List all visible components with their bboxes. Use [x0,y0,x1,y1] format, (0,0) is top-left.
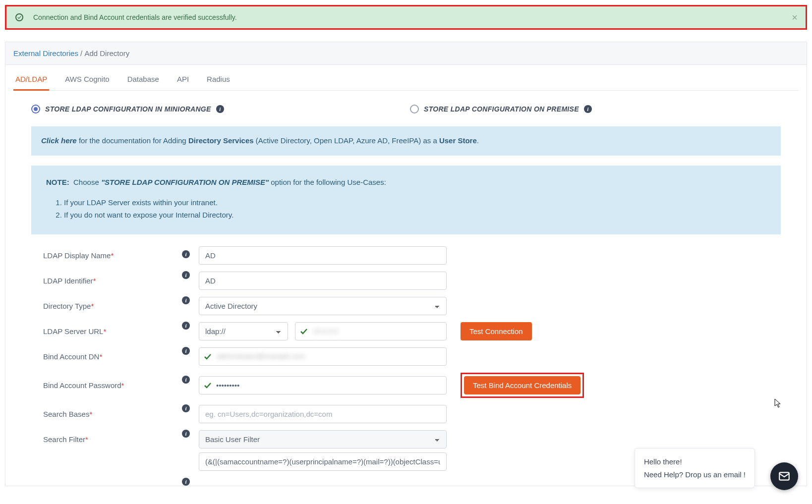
chat-line2: Need Help? Drop us an email ! [644,468,746,481]
info-icon[interactable]: i [182,296,190,304]
search-bases-input[interactable] [199,405,447,423]
row-search-bases: Search Bases* i [43,405,781,423]
label-directory-type: Directory Type* [43,302,182,310]
tab-database[interactable]: Database [125,70,161,90]
breadcrumb-parent[interactable]: External Directories [13,49,78,57]
breadcrumb-sep: / [80,49,82,57]
label-search-bases: Search Bases* [43,410,182,418]
chat-fab-button[interactable] [770,462,798,490]
row-search-filter: Search Filter* i Basic User Filter [43,430,781,448]
mail-icon [778,470,791,483]
row-identifier: LDAP Identifier* i [43,272,781,290]
label-bind-pw: Bind Account Password* [43,381,182,390]
label-display-name: LDAP Display Name* [43,251,182,260]
note-tail: option for the following Use-Cases: [269,178,386,186]
tab-api[interactable]: API [175,70,191,90]
breadcrumb-current: Add Directory [84,49,129,57]
note-lead: Choose [73,178,101,186]
check-icon [300,328,308,336]
radio-unchecked-icon[interactable] [410,105,419,113]
label-search-filter: Search Filter* [43,435,182,444]
check-icon [204,382,212,390]
note-item: If your LDAP Server exists within your i… [64,197,766,208]
note-box: NOTE: Choose "STORE LDAP CONFIGURATION O… [31,166,781,235]
info-icon[interactable]: i [182,376,190,384]
tabs: AD/LDAP AWS Cognito Database API Radius [13,65,799,91]
info-icon[interactable]: i [182,430,190,438]
note-list: If your LDAP Server exists within your i… [64,197,766,221]
info-icon[interactable]: i [584,105,592,113]
info-icon[interactable]: i [216,105,224,113]
search-filter-select[interactable]: Basic User Filter [199,430,447,448]
close-icon[interactable]: × [792,12,798,23]
doc-hint-text: . [477,136,479,145]
server-host-input[interactable] [295,322,447,340]
check-icon [204,353,212,361]
chat-line1: Hello there! [644,455,746,468]
check-circle-icon [15,13,23,21]
doc-hint-text: for the documentation for Adding [77,136,188,145]
info-icon[interactable]: i [182,250,190,258]
chat-popup: Hello there! Need Help? Drop us an email… [635,448,755,488]
info-icon[interactable]: i [182,478,190,486]
radio-option-miniorange[interactable]: STORE LDAP CONFIGURATION IN MINIORANGE i [31,105,410,113]
protocol-select[interactable]: ldap:// [199,322,288,340]
radio-option-onpremise[interactable]: STORE LDAP CONFIGURATION ON PREMISE i [410,105,789,113]
label-bind-dn: Bind Account DN* [43,352,182,361]
click-here-link[interactable]: Click here [41,136,77,145]
breadcrumb: External Directories / Add Directory [5,42,807,65]
radio-label: STORE LDAP CONFIGURATION IN MINIORANGE [45,105,211,113]
doc-hint-strong: User Store [439,136,477,145]
tab-adldap[interactable]: AD/LDAP [13,70,49,90]
test-bind-credentials-button[interactable]: Test Bind Account Credentials [464,376,580,394]
test-bind-highlight: Test Bind Account Credentials [461,373,584,398]
radio-label: STORE LDAP CONFIGURATION ON PREMISE [424,105,579,113]
label-identifier: LDAP Identifier* [43,277,182,285]
storage-radio-group: STORE LDAP CONFIGURATION IN MINIORANGE i… [13,91,799,122]
search-filter-expr-input[interactable] [199,452,447,471]
note-item: If you do not want to expose your Intern… [64,209,766,221]
alert-text: Connection and Bind Account credentials … [33,13,237,21]
row-server-url: LDAP Server URL* i ldap:// 10.0.0.0 Test… [43,322,781,340]
info-icon[interactable]: i [182,322,190,330]
card-body: AD/LDAP AWS Cognito Database API Radius … [5,65,807,486]
main-card: External Directories / Add Directory AD/… [5,42,807,486]
success-alert: Connection and Bind Account credentials … [6,6,806,28]
row-bind-dn: Bind Account DN* i administrator@example… [43,347,781,366]
bind-password-input[interactable] [199,376,447,394]
info-icon[interactable]: i [182,404,190,412]
info-icon[interactable]: i [182,271,190,279]
doc-hint-box: Click here for the documentation for Add… [31,126,781,156]
directory-type-select[interactable]: Active Directory [199,297,447,315]
row-display-name: LDAP Display Name* i [43,246,781,265]
alert-highlight: Connection and Bind Account credentials … [5,5,807,30]
test-connection-button[interactable]: Test Connection [461,322,532,340]
row-bind-pw: Bind Account Password* i Test Bind Accou… [43,373,781,398]
tab-aws-cognito[interactable]: AWS Cognito [63,70,111,90]
row-directory-type: Directory Type* i Active Directory [43,297,781,315]
doc-hint-text: (Active Directory, Open LDAP, Azure AD, … [254,136,439,145]
identifier-input[interactable] [199,272,447,290]
bind-dn-input[interactable] [199,347,447,366]
info-icon[interactable]: i [182,347,190,355]
label-server-url: LDAP Server URL* [43,327,182,336]
tab-radius[interactable]: Radius [205,70,232,90]
doc-hint-strong: Directory Services [188,136,254,145]
display-name-input[interactable] [199,246,447,265]
note-quoted: "STORE LDAP CONFIGURATION ON PREMISE" [101,178,269,186]
radio-checked-icon[interactable] [31,105,40,113]
note-label: NOTE: [46,178,69,186]
